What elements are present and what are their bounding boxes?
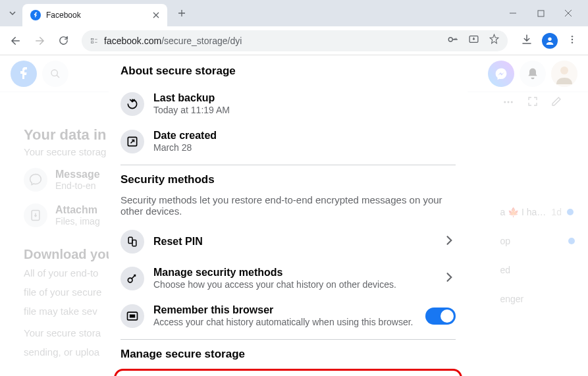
svg-point-19	[128, 278, 132, 282]
manage-security-row[interactable]: Manage security methodsChoose how you ac…	[120, 260, 456, 298]
page-content: Your data in se Your secure storag Messa…	[0, 55, 588, 376]
tab-dropdown-button[interactable]	[3, 4, 22, 22]
svg-rect-1	[91, 38, 94, 40]
maximize-icon[interactable]	[533, 5, 548, 21]
backup-icon	[120, 92, 144, 116]
back-button[interactable]	[7, 32, 25, 50]
created-icon	[120, 130, 144, 153]
browser-toolbar: facebook.com/secure_storage/dyi	[0, 26, 588, 55]
last-backup-row: Last backupToday at 11:19 AM	[120, 86, 456, 123]
new-tab-button[interactable]	[173, 4, 191, 22]
close-icon[interactable]	[560, 5, 576, 21]
highlighted-download-row: Download secure storage dataDownload all…	[114, 369, 462, 376]
security-description: Security methods let you restore end-to-…	[120, 194, 456, 217]
tab-close-icon[interactable]	[153, 9, 159, 21]
svg-point-5	[548, 37, 551, 40]
reload-button[interactable]	[54, 32, 72, 50]
downloads-icon[interactable]	[521, 34, 533, 48]
remember-browser-toggle[interactable]	[425, 308, 456, 325]
svg-rect-2	[91, 41, 94, 43]
svg-rect-0	[538, 11, 544, 16]
svg-point-3	[448, 38, 452, 41]
site-info-icon[interactable]	[90, 36, 99, 45]
secure-storage-panel: About secure storage Last backupToday at…	[109, 55, 468, 376]
date-created-row: Date createdMarch 28	[120, 123, 456, 161]
security-heading: Security methods	[120, 173, 456, 186]
svg-point-7	[572, 38, 573, 40]
chevron-right-icon	[442, 234, 456, 250]
window-controls	[505, 5, 585, 21]
svg-rect-17	[128, 237, 132, 243]
pin-icon	[120, 230, 144, 254]
address-bar[interactable]: facebook.com/secure_storage/dyi	[82, 30, 508, 51]
browser-tab[interactable]: Facebook	[22, 4, 167, 26]
remember-browser-row: Remember this browserAccess your chat hi…	[120, 298, 456, 335]
chevron-right-icon	[442, 271, 456, 286]
key-icon[interactable]	[447, 34, 459, 48]
svg-point-6	[572, 36, 573, 37]
reset-pin-row[interactable]: Reset PIN	[120, 223, 456, 260]
forward-button[interactable]	[30, 32, 49, 50]
bookmark-icon[interactable]	[489, 34, 500, 47]
install-icon[interactable]	[468, 34, 479, 47]
tab-title: Facebook	[46, 11, 147, 20]
key-security-icon	[120, 267, 144, 290]
window-titlebar: Facebook	[0, 0, 588, 26]
about-heading: About secure storage	[120, 65, 456, 78]
svg-point-8	[572, 41, 573, 43]
svg-rect-18	[132, 240, 136, 246]
browser-icon	[120, 304, 144, 328]
profile-icon[interactable]	[542, 33, 558, 49]
menu-icon[interactable]	[567, 34, 577, 47]
manage-storage-heading: Manage secure storage	[120, 348, 456, 361]
minimize-icon[interactable]	[505, 5, 521, 21]
svg-rect-21	[130, 315, 135, 318]
url-text: facebook.com/secure_storage/dyi	[104, 36, 442, 46]
facebook-favicon-icon	[30, 10, 41, 20]
